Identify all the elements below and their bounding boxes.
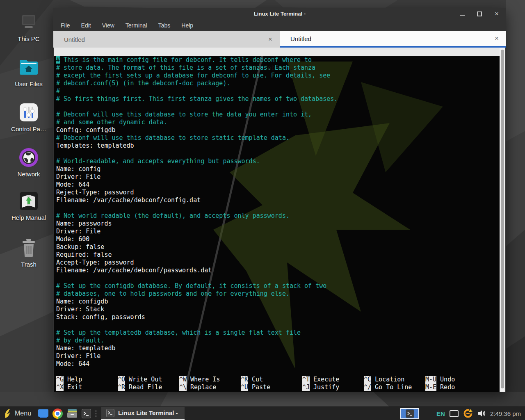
- terminal-icon: [106, 409, 114, 417]
- taskbar-window-button[interactable]: Linux Lite Terminal -: [101, 407, 185, 420]
- shortcut-key: ^G: [56, 376, 64, 383]
- file-manager-launcher[interactable]: [38, 409, 48, 418]
- menu-item-view[interactable]: View: [102, 22, 114, 29]
- update-notifier-icon[interactable]: [463, 409, 473, 418]
- window-titlebar[interactable]: Linux Lite Terminal - ×: [53, 8, 506, 20]
- menu-bar: File Edit View Terminal Tabs Help: [53, 20, 506, 31]
- desktop-icon-label: Control Pa…: [3, 126, 54, 132]
- terminal-line: Accept-Type: password: [56, 259, 338, 267]
- start-menu-button[interactable]: Menu: [0, 407, 36, 420]
- terminal-line: # So first things first. This first stan…: [56, 95, 338, 103]
- volume-icon[interactable]: [477, 409, 486, 418]
- desktop-icon-label: Network: [3, 171, 54, 178]
- terminal-line: Config: configdb: [56, 126, 338, 134]
- desktop-icon-trash[interactable]: Trash: [3, 236, 54, 268]
- terminal-line: # Not world readable (the default), and …: [56, 212, 338, 220]
- desktop-icon-user-files[interactable]: User Files: [3, 56, 54, 87]
- nano-shortcut[interactable]: ^XExit: [56, 383, 118, 391]
- shortcut-label: Read File: [129, 383, 162, 391]
- terminal-line: # and some other dynamic data.: [56, 119, 338, 126]
- nano-shortcut[interactable]: ^/Go To Line: [364, 383, 425, 391]
- desktop-icon-this-pc[interactable]: This PC: [3, 11, 54, 42]
- nano-shortcut[interactable]: ^GHelp: [56, 376, 118, 383]
- menu-item-file[interactable]: File: [61, 22, 70, 29]
- window-outline-icon[interactable]: [450, 410, 459, 417]
- menu-item-help[interactable]: Help: [181, 22, 193, 29]
- terminal-line: Filename: /var/cache/debconf/config.dat: [56, 196, 338, 204]
- terminal-line: Driver: Stack: [56, 306, 338, 313]
- terminal-launcher[interactable]: [82, 409, 91, 418]
- terminal-icon: [82, 409, 91, 418]
- nano-shortcut[interactable]: ^RRead File: [118, 383, 179, 391]
- nano-shortcut[interactable]: ^WWhere Is: [179, 376, 241, 383]
- terminal-line: [56, 274, 338, 282]
- scrollbar-thumb[interactable]: [501, 50, 504, 388]
- terminal-line: # This is the main config file for debco…: [56, 56, 338, 64]
- nano-shortcut[interactable]: ^CLocation: [364, 376, 425, 383]
- terminal-line: [56, 321, 338, 329]
- nano-shortcut[interactable]: M-ERedo: [425, 383, 487, 391]
- terminal-line: # by default.: [56, 337, 338, 345]
- shortcut-label: Execute: [313, 376, 339, 383]
- terminal-content[interactable]: GNU nano 7.2 /etc/debconf.conf # This is…: [54, 48, 500, 392]
- shortcut-label: Where Is: [190, 376, 220, 383]
- menu-item-tabs[interactable]: Tabs: [158, 22, 171, 29]
- shortcut-label: Cut: [252, 376, 263, 383]
- nano-lines: # This is the main config file for debco…: [56, 56, 338, 368]
- language-indicator[interactable]: EN: [436, 410, 445, 417]
- chrome-icon: [52, 409, 63, 419]
- nano-shortcut[interactable]: ^UPaste: [241, 383, 302, 391]
- clock[interactable]: 2:49:36 pm: [490, 410, 521, 417]
- desktop-icon-label: User Files: [3, 80, 54, 87]
- shortcut-key: M-U: [425, 376, 436, 383]
- desktop-icon-network[interactable]: Network: [3, 146, 54, 178]
- shortcut-label: Justify: [313, 383, 339, 391]
- terminal-line: # store data. The format of this file is…: [56, 64, 338, 72]
- nano-shortcut[interactable]: ^KCut: [241, 376, 302, 383]
- menu-item-edit[interactable]: Edit: [81, 22, 91, 29]
- terminal-line: # World-readable, and accepts everything…: [56, 158, 338, 165]
- shortcut-key: M-E: [425, 383, 436, 391]
- shortcut-label: Exit: [67, 383, 82, 391]
- tab-untitled-1[interactable]: Untitled ×: [53, 31, 280, 48]
- nano-shortcut[interactable]: ^JJustify: [302, 383, 364, 391]
- desktop-icon-label: This PC: [3, 35, 54, 42]
- folder-home-icon: [3, 56, 54, 79]
- help-manual-icon: [3, 189, 54, 212]
- terminal-line: Filename: /var/cache/debconf/passwords.d…: [56, 267, 338, 274]
- terminal-line: Templates: templatedb: [56, 142, 338, 150]
- nano-shortcut[interactable]: ^OWrite Out: [118, 376, 179, 383]
- nano-shortcut[interactable]: ^\Replace: [179, 383, 241, 391]
- dock-terminal-button[interactable]: [400, 408, 419, 419]
- menu-item-terminal[interactable]: Terminal: [126, 22, 147, 29]
- archive-launcher[interactable]: [67, 409, 78, 418]
- shortcut-label: Undo: [440, 376, 455, 383]
- desktop-icon-control-panel[interactable]: Control Pa…: [3, 101, 54, 132]
- linux-lite-logo-icon: [4, 408, 11, 419]
- maximize-button[interactable]: [477, 11, 482, 17]
- terminal-line: [56, 150, 338, 158]
- nano-shortcut[interactable]: ^TExecute: [302, 376, 364, 383]
- terminal-line: Stack: config, passwords: [56, 313, 338, 321]
- chrome-launcher[interactable]: [52, 409, 63, 419]
- shortcut-key: ^/: [364, 383, 371, 391]
- desktop-icon-help-manual[interactable]: Help Manual: [3, 189, 54, 221]
- terminal-line: Name: passwords: [56, 220, 338, 228]
- terminal-line: Name: config: [56, 165, 338, 173]
- nano-shortcut[interactable]: M-UUndo: [425, 376, 487, 383]
- minimize-button[interactable]: [459, 11, 465, 17]
- terminal-scrollbar[interactable]: [500, 48, 505, 392]
- terminal-line: Required: false: [56, 251, 338, 259]
- desktop-icon-label: Help Manual: [3, 214, 54, 221]
- tab-bar: Untitled × Untitled ×: [53, 31, 506, 48]
- terminal-window: Linux Lite Terminal - × File Edit View T…: [53, 8, 506, 392]
- menu-label: Menu: [15, 410, 31, 417]
- shortcut-key: ^\: [179, 383, 187, 391]
- close-tab-icon[interactable]: ×: [268, 35, 272, 43]
- shortcut-key: ^J: [302, 383, 310, 391]
- close-tab-icon[interactable]: ×: [495, 34, 499, 43]
- archive-box-icon: [67, 409, 78, 418]
- terminal-line: Driver: File: [56, 173, 338, 181]
- close-button[interactable]: ×: [494, 11, 500, 17]
- tab-untitled-2[interactable]: Untitled ×: [280, 31, 506, 48]
